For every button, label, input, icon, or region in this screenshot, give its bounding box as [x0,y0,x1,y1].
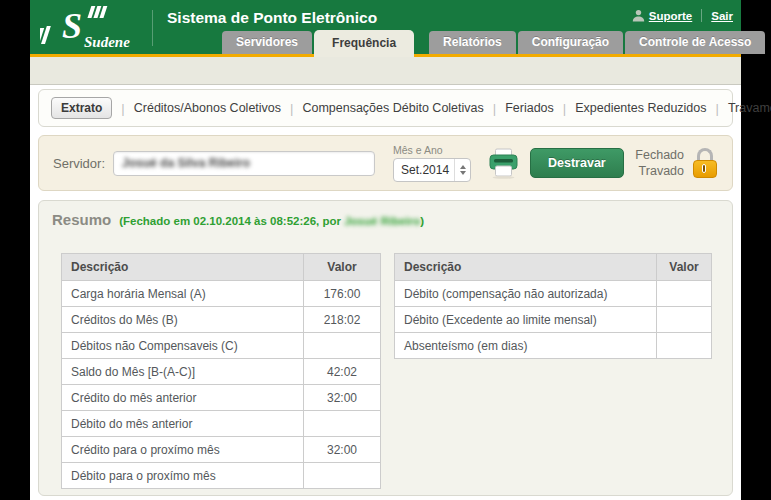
col-valor: Valor [304,254,381,281]
table-row: Débitos não Compensaveis (C) [62,333,381,359]
page-title: Sistema de Ponto Eletrônico [167,9,377,27]
mes-ano-label: Mês e Ano [393,144,471,156]
subnav-item-compensacoes[interactable]: Compensações Débito Coletivas [302,101,483,115]
table-row: Crédito do mês anterior32:00 [62,385,381,411]
main-tabs: Servidores Frequência Relatórios Configu… [30,30,741,57]
col-descricao: Descrição [395,254,657,281]
suporte-link[interactable]: Suporte [649,10,692,22]
links-divider [701,9,702,22]
resumo-panel: Resumo (Fechado em 02.10.2014 às 08:52:2… [38,200,733,496]
table-row: Débito para o proxímo mês [62,463,381,489]
table-row: Absenteísmo (em dias) [395,333,712,359]
col-descricao: Descrição [62,254,304,281]
col-valor: Valor [657,254,712,281]
status-fechado: Fechado [635,147,684,163]
month-year-value: Set.2014 [394,163,454,177]
tab-configuracao[interactable]: Configuração [518,31,623,54]
lock-icon [692,148,718,179]
lock-status-text: Fechado Travado [635,147,684,180]
subnav-separator: | [121,101,124,116]
resumo-subtitle: (Fechado em 02.10.2014 às 08:52:26, por … [119,215,424,227]
mes-ano-group: Mês e Ano Set.2014 [393,144,471,182]
tab-controle-de-acesso[interactable]: Controle de Acesso [625,31,765,54]
table-row: Crédito para o proxímo mês32:00 [62,437,381,463]
app-window: S Sudene Sistema de Ponto Eletrônico Sup… [30,0,741,500]
table-row: Carga horária Mensal (A)176:00 [62,281,381,307]
subnav-item-extrato[interactable]: Extrato [51,97,112,119]
print-icon[interactable] [489,148,518,179]
servidor-label: Servidor: [53,156,105,171]
user-links: Suporte Sair [632,9,733,22]
subnav-item-creditos-abonos[interactable]: Créditos/Abonos Coletivos [134,101,281,115]
user-icon [632,9,645,22]
select-stepper-icon [454,159,470,181]
month-year-select[interactable]: Set.2014 [393,158,471,182]
destravar-button[interactable]: Destravar [530,148,624,178]
table-row: Saldo do Mês [B-(A-C)]42:02 [62,359,381,385]
subnav-separator: | [493,101,496,116]
app-header: S Sudene Sistema de Ponto Eletrônico Sup… [30,0,741,57]
table-row: Créditos do Mês (B)218:02 [62,307,381,333]
subnav-separator: | [716,101,719,116]
resumo-table-right: Descrição Valor Débito (compensação não … [394,253,712,359]
subnav: Extrato | Créditos/Abonos Coletivos | Co… [38,89,733,127]
sair-link[interactable]: Sair [711,10,733,22]
lock-status: Fechado Travado [635,147,718,180]
tab-frequencia[interactable]: Frequência [314,30,414,57]
resumo-author: Josué Ribeiro [344,215,420,227]
status-travado: Travado [635,163,684,179]
servidor-input[interactable]: Josué da Silva Ribeiro [113,151,375,176]
subnav-item-expedientes[interactable]: Expedientes Reduzidos [575,101,706,115]
filter-bar: Servidor: Josué da Silva Ribeiro Mês e A… [38,135,733,191]
table-header-row: Descrição Valor [395,254,712,281]
resumo-title: Resumo [52,211,111,228]
table-row: Débito (Excedente ao limite mensal) [395,307,712,333]
subnav-item-feriados[interactable]: Feriados [505,101,554,115]
subnav-item-travamento[interactable]: Travamento [728,101,771,115]
header-strip [30,57,741,85]
table-row: Débito (compensação não autorizada) [395,281,712,307]
subnav-separator: | [563,101,566,116]
servidor-value: Josué da Silva Ribeiro [122,156,250,170]
resumo-tables: Descrição Valor Carga horária Mensal (A)… [52,253,719,489]
resumo-header: Resumo (Fechado em 02.10.2014 às 08:52:2… [52,211,719,228]
subnav-separator: | [290,101,293,116]
tab-relatorios[interactable]: Relatórios [429,31,516,54]
table-row: Débito do mês anterior [62,411,381,437]
table-header-row: Descrição Valor [62,254,381,281]
resumo-table-left: Descrição Valor Carga horária Mensal (A)… [61,253,381,489]
tab-servidores[interactable]: Servidores [222,31,312,54]
